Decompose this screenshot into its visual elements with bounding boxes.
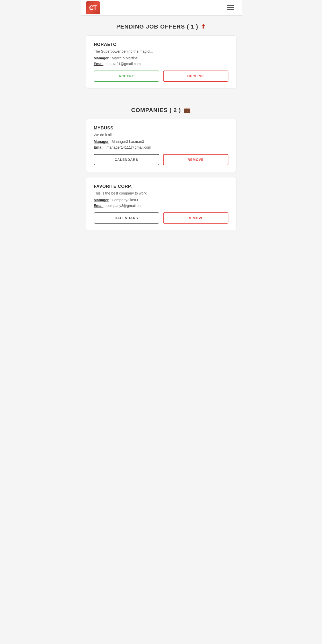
remove-button-2[interactable]: REMOVE	[163, 212, 228, 224]
hamburger-line-1	[227, 5, 234, 6]
accept-button-1[interactable]: ACCEPT	[94, 71, 159, 82]
offer-manager-colon-1: :	[110, 56, 111, 60]
company-email-label-2: Email	[94, 204, 103, 208]
company-actions-2: CALENDARS REMOVE	[94, 212, 228, 224]
main-content: PENDING JOB OFFERS ( 1 ) ⬆ HORAETC The S…	[81, 16, 242, 248]
company-email-value-2: company3@gmail.com	[107, 204, 144, 208]
company-description-1: We do it all...	[94, 133, 228, 137]
offer-email-row-1: Email : matxa21@gmail.com	[94, 62, 228, 66]
calendars-button-2[interactable]: CALENDARS	[94, 212, 159, 224]
offer-company-name-1: HORAETC	[94, 42, 228, 47]
logo-icon: CT	[86, 1, 100, 14]
offer-card-1: HORAETC The Superpower behind the magic!…	[86, 35, 236, 88]
section-divider-1	[86, 99, 236, 99]
company-name-2: FAVORITE CORP.	[94, 184, 228, 189]
offer-description-1: The Superpower behind the magic!...	[94, 49, 228, 53]
offer-actions-1: ACCEPT DECLINE	[94, 71, 228, 82]
company-manager-row-2: Manager : Company3 last3	[94, 198, 228, 202]
company-card-2: FAVORITE CORP. This is the best company …	[86, 177, 236, 230]
companies-title-text: COMPANIES ( 2 )	[131, 107, 181, 114]
offer-email-label-1: Email	[94, 62, 103, 66]
company-email-colon-1: :	[104, 145, 106, 149]
offer-email-colon-1: :	[104, 62, 106, 66]
company-manager-label-1: Manager	[94, 140, 109, 144]
offer-manager-label-1: Manager	[94, 56, 109, 60]
company-manager-value-1: Manager3 Lasman3	[112, 140, 144, 144]
pending-title-text: PENDING JOB OFFERS ( 1 )	[116, 23, 198, 30]
company-manager-label-2: Manager	[94, 198, 109, 202]
company-name-1: MYBUSS	[94, 126, 228, 131]
offer-manager-row-1: Manager : Marcelo Martins	[94, 56, 228, 60]
offer-email-value-1: matxa21@gmail.com	[107, 62, 141, 66]
logo-text: CT	[89, 4, 96, 11]
calendars-button-1[interactable]: CALENDARS	[94, 154, 159, 165]
decline-button-1[interactable]: DECLINE	[163, 71, 228, 82]
hamburger-line-3	[227, 9, 234, 10]
company-manager-colon-2: :	[110, 198, 111, 202]
remove-button-1[interactable]: REMOVE	[163, 154, 228, 165]
upload-icon: ⬆	[201, 23, 206, 30]
hamburger-line-2	[227, 7, 234, 8]
company-manager-value-2: Company3 last3	[112, 198, 138, 202]
company-description-2: This is the best company to work...	[94, 191, 228, 195]
companies-section: COMPANIES ( 2 ) 💼 MYBUSS We do it all...…	[86, 107, 236, 230]
company-manager-row-1: Manager : Manager3 Lasman3	[94, 140, 228, 144]
offer-manager-value-1: Marcelo Martins	[112, 56, 138, 60]
company-manager-colon-1: :	[110, 140, 111, 144]
company-email-colon-2: :	[104, 204, 106, 208]
companies-section-title: COMPANIES ( 2 ) 💼	[86, 107, 236, 114]
company-card-1: MYBUSS We do it all... Manager : Manager…	[86, 119, 236, 172]
company-email-label-1: Email	[94, 145, 103, 149]
company-email-row-2: Email : company3@gmail.com	[94, 204, 228, 208]
pending-section-title: PENDING JOB OFFERS ( 1 ) ⬆	[86, 23, 236, 30]
menu-button[interactable]	[225, 3, 236, 12]
company-email-value-1: manager14111@gmail.com	[107, 145, 151, 149]
company-email-row-1: Email : manager14111@gmail.com	[94, 145, 228, 149]
app-header: CT	[81, 0, 242, 16]
logo: CT	[86, 1, 100, 14]
pending-job-offers-section: PENDING JOB OFFERS ( 1 ) ⬆ HORAETC The S…	[86, 23, 236, 88]
company-actions-1: CALENDARS REMOVE	[94, 154, 228, 165]
briefcase-icon: 💼	[184, 107, 191, 114]
